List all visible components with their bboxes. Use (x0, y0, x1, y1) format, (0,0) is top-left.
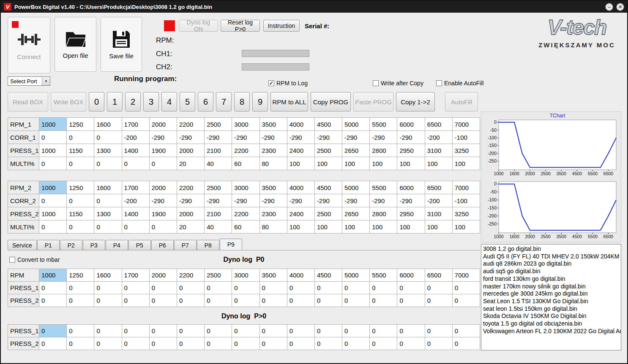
digit-button-7[interactable]: 7 (216, 92, 232, 111)
cell[interactable]: 0 (39, 337, 67, 350)
cell[interactable]: 0 (39, 325, 67, 337)
cell[interactable]: 2400 (287, 144, 314, 157)
cell[interactable]: 1250 (67, 181, 94, 194)
cell[interactable]: 0 (370, 282, 397, 294)
cell[interactable]: 2500 (205, 181, 232, 194)
cell[interactable]: -290 (370, 194, 397, 207)
cell[interactable]: 2200 (232, 207, 259, 220)
cell[interactable]: 1000 (39, 181, 67, 194)
cell[interactable]: 0 (452, 325, 480, 337)
cell[interactable]: 0 (122, 294, 149, 307)
cell[interactable]: 0 (39, 157, 67, 170)
cell[interactable]: 0 (94, 294, 122, 307)
cell[interactable]: 2650 (342, 207, 370, 220)
cell[interactable]: -100 (452, 131, 480, 144)
file-list-item[interactable]: Audi Q5 II (FY FL) 40 TDI MHEV 2.0 150kW… (483, 253, 619, 261)
cell[interactable]: 0 (39, 131, 67, 144)
cell[interactable]: 0 (370, 337, 397, 350)
digit-button-2[interactable]: 2 (125, 92, 141, 111)
cell[interactable]: 6500 (425, 269, 452, 282)
cell[interactable]: 0 (342, 337, 370, 350)
file-list-item[interactable]: 3008 1.2 go digital.bin (483, 245, 619, 253)
cell[interactable]: 1150 (67, 207, 94, 220)
autofill-button[interactable]: AutoFill (445, 92, 478, 111)
cell[interactable]: 1000 (39, 207, 67, 220)
cell[interactable]: 1400 (122, 144, 149, 157)
cell[interactable]: 0 (39, 194, 67, 207)
cell[interactable]: 0 (177, 282, 204, 294)
cell[interactable]: 4500 (314, 118, 342, 131)
cell[interactable]: 0 (370, 294, 397, 307)
cell[interactable]: 3000 (232, 118, 259, 131)
cell[interactable]: 0 (149, 337, 177, 350)
cell[interactable]: 0 (205, 294, 232, 307)
cell[interactable]: 80 (259, 220, 287, 234)
cell[interactable]: -290 (259, 131, 287, 144)
cell[interactable]: 3250 (452, 207, 480, 220)
cell[interactable]: 3500 (259, 118, 287, 131)
file-list-item[interactable]: ford transit 130km go digital.bin (483, 275, 619, 283)
cell[interactable]: 0 (149, 325, 177, 337)
cell[interactable]: -290 (397, 131, 425, 144)
cell[interactable]: 2950 (397, 207, 425, 220)
cell[interactable]: -290 (397, 194, 425, 207)
instruction-button[interactable]: Instruction (263, 20, 300, 32)
cell[interactable]: 100 (397, 157, 425, 170)
open-file-button[interactable]: Open file (55, 17, 96, 72)
cell[interactable]: 0 (94, 282, 122, 294)
cell[interactable]: 3000 (232, 181, 259, 194)
digit-button-8[interactable]: 8 (234, 92, 250, 111)
cell[interactable]: 7000 (452, 181, 480, 194)
cell[interactable]: 0 (205, 325, 232, 337)
cell[interactable]: -290 (314, 194, 342, 207)
cell[interactable]: 6500 (425, 118, 452, 131)
cell[interactable]: -200 (425, 131, 452, 144)
cell[interactable]: 1600 (94, 181, 122, 194)
cell[interactable]: 60 (232, 157, 259, 170)
cell[interactable]: 2800 (370, 144, 397, 157)
cell[interactable]: 1150 (67, 144, 94, 157)
cell[interactable]: 0 (122, 325, 149, 337)
cell[interactable]: 1700 (122, 269, 149, 282)
cell[interactable]: 0 (425, 325, 452, 337)
cell[interactable]: 0 (39, 294, 67, 307)
cell[interactable]: 1900 (149, 207, 177, 220)
digit-button-1[interactable]: 1 (107, 92, 123, 111)
cell[interactable]: 0 (67, 282, 94, 294)
cell[interactable]: 2000 (177, 207, 204, 220)
file-list-item[interactable]: audi q8 286km 2023 go digital.bin (483, 260, 619, 268)
cell[interactable]: 5000 (342, 269, 370, 282)
cell[interactable]: -290 (342, 131, 370, 144)
cell[interactable]: 1600 (94, 118, 122, 131)
cell[interactable]: 6500 (425, 181, 452, 194)
cell[interactable]: -290 (259, 194, 287, 207)
connect-button[interactable]: Connect (8, 17, 50, 73)
cell[interactable]: 1000 (39, 144, 67, 157)
cell[interactable]: 2800 (370, 207, 397, 220)
cell[interactable]: 60 (232, 220, 259, 234)
cell[interactable]: 4000 (287, 118, 314, 131)
cell[interactable]: -290 (177, 131, 204, 144)
cell[interactable]: 0 (177, 294, 204, 307)
cell[interactable]: 0 (287, 337, 314, 350)
cell[interactable]: 0 (94, 220, 122, 234)
cell[interactable]: 20 (177, 157, 204, 170)
cell[interactable]: -290 (232, 194, 259, 207)
write-box-button[interactable]: Write BOX (51, 92, 86, 111)
cell[interactable]: 0 (122, 337, 149, 350)
cell[interactable]: 1250 (67, 269, 94, 282)
digit-button-9[interactable]: 9 (252, 92, 268, 111)
cell[interactable]: 100 (287, 220, 314, 234)
cell[interactable]: 40 (205, 220, 232, 234)
cell[interactable]: 2000 (149, 181, 177, 194)
cell[interactable]: 5000 (342, 118, 370, 131)
cell[interactable]: -290 (149, 131, 177, 144)
cell[interactable]: 0 (122, 220, 149, 234)
cell[interactable]: 0 (67, 131, 94, 144)
cell[interactable]: 0 (342, 325, 370, 337)
cell[interactable]: 3100 (425, 144, 452, 157)
tab-p6[interactable]: P6 (151, 240, 174, 250)
cell[interactable]: 0 (287, 282, 314, 294)
cell[interactable]: 0 (94, 325, 122, 337)
cell[interactable]: 2650 (342, 144, 370, 157)
